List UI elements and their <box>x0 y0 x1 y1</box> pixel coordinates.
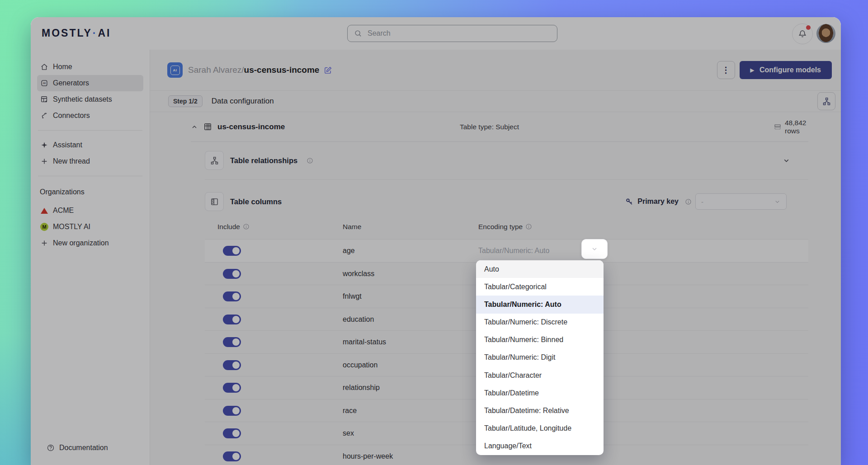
column-name: education <box>343 308 374 331</box>
columns-table-header: Include Name Encoding type <box>205 214 808 239</box>
sidebar: Home AI Generators Synthetic datasets Co… <box>31 50 150 465</box>
sidebar-item-label: New thread <box>53 157 90 165</box>
sidebar-item-label: Home <box>53 63 72 71</box>
table-columns-label: Table columns <box>230 197 282 206</box>
column-name: sex <box>343 422 354 445</box>
table-header-row: us-census-income Table type: Subject 48,… <box>191 112 808 142</box>
configure-models-button[interactable]: ▶Configure models <box>740 61 832 79</box>
column-encoding-value: Tabular/Numeric: Auto <box>478 240 549 262</box>
sidebar-item-synthetic-datasets[interactable]: Synthetic datasets <box>37 91 143 108</box>
include-header: Include <box>217 214 250 239</box>
column-name: fnlwgt <box>343 285 362 308</box>
notifications-button[interactable] <box>792 23 813 44</box>
search-bar[interactable] <box>347 25 557 42</box>
assistant-sparkle-icon <box>40 141 49 150</box>
column-name: workclass <box>343 263 374 285</box>
home-icon <box>40 62 49 71</box>
chevron-down-icon <box>774 198 781 205</box>
table-relationships-row[interactable]: Table relationships <box>205 141 808 180</box>
include-toggle[interactable] <box>223 269 241 279</box>
include-toggle[interactable] <box>223 383 241 393</box>
search-icon <box>354 29 362 38</box>
more-actions-button[interactable]: ⋮ <box>717 61 735 79</box>
sidebar-item-label: MOSTLY AI <box>53 223 90 231</box>
info-icon[interactable] <box>685 198 692 205</box>
name-header: Name <box>343 214 361 239</box>
mostly-ai-logo: MOSTLY·AI <box>42 27 111 39</box>
generator-ai-icon: AI <box>167 62 183 78</box>
primary-key-label: Primary key <box>637 197 679 206</box>
synthetic-datasets-icon <box>40 95 49 104</box>
encoding-select-trigger[interactable] <box>581 239 608 259</box>
plus-icon <box>40 239 49 248</box>
mostly-ai-org-icon: M <box>40 222 49 231</box>
generators-icon: AI <box>40 79 49 88</box>
column-name: age <box>343 240 355 262</box>
dropdown-option[interactable]: Tabular/Numeric: Digit <box>476 349 604 366</box>
documentation-link-wrap: Documentation <box>37 440 143 456</box>
include-toggle[interactable] <box>223 315 241 324</box>
sidebar-item-label: Assistant <box>53 141 82 149</box>
collapse-chevron-icon[interactable] <box>191 123 198 131</box>
column-name: race <box>343 399 357 422</box>
encoding-dropdown: Auto Tabular/Categorical Tabular/Numeric… <box>476 260 604 455</box>
plus-icon <box>40 157 49 166</box>
dropdown-option-label: Tabular/Categorical <box>484 283 547 291</box>
expand-chevron-icon[interactable] <box>783 157 790 164</box>
sidebar-divider <box>38 176 142 176</box>
dropdown-option-label: Auto <box>484 265 499 273</box>
dropdown-option[interactable]: Tabular/Datetime <box>476 384 604 402</box>
info-icon[interactable] <box>243 223 250 230</box>
table-columns-row: Table columns Primary key - <box>205 189 808 214</box>
dropdown-option[interactable]: Tabular/Numeric: Auto <box>476 296 604 313</box>
step-badge: Step 1/2 <box>168 95 203 107</box>
sidebar-item-new-thread[interactable]: New thread <box>37 153 143 169</box>
include-toggle[interactable] <box>223 406 241 416</box>
dropdown-option-label: Tabular/Latitude, Longitude <box>484 424 571 432</box>
dropdown-option[interactable]: Tabular/Numeric: Discrete <box>476 314 604 331</box>
include-toggle[interactable] <box>223 291 241 301</box>
sidebar-item-home[interactable]: Home <box>37 59 143 75</box>
dropdown-option[interactable]: Tabular/Datetime: Relative <box>476 402 604 419</box>
dropdown-option-label: Language/Text <box>484 442 532 450</box>
sidebar-item-new-organization[interactable]: New organization <box>37 235 143 251</box>
dropdown-option[interactable]: Auto <box>476 260 604 278</box>
include-toggle[interactable] <box>223 428 241 438</box>
info-icon[interactable] <box>307 157 313 164</box>
step-row: Step 1/2 Data configuration <box>150 90 841 112</box>
include-toggle[interactable] <box>223 246 241 256</box>
row-count: 48,842 rows <box>785 119 808 135</box>
relationships-icon <box>205 151 224 170</box>
svg-text:AI: AI <box>43 82 46 85</box>
dropdown-option[interactable]: Language/Text <box>476 437 604 455</box>
desktop-background: { "header": { "logo_prefix": "MOSTLY", "… <box>0 0 868 465</box>
include-toggle[interactable] <box>223 451 241 461</box>
primary-key-value: - <box>701 198 703 206</box>
include-toggle[interactable] <box>223 337 241 347</box>
sidebar-org-mostly-ai[interactable]: M MOSTLY AI <box>37 219 143 235</box>
generator-title-row: AI Sarah Alvarez/ us-census-income ⋮ ▶Co… <box>150 50 841 90</box>
dropdown-option-label: Tabular/Numeric: Digit <box>484 353 555 362</box>
dropdown-option[interactable]: Tabular/Character <box>476 366 604 384</box>
sidebar-org-acme[interactable]: ACME <box>37 202 143 219</box>
include-toggle[interactable] <box>223 360 241 370</box>
sidebar-item-generators[interactable]: AI Generators <box>37 75 143 91</box>
search-input[interactable] <box>367 29 551 38</box>
dropdown-option[interactable]: Tabular/Latitude, Longitude <box>476 420 604 437</box>
edit-name-icon[interactable] <box>324 66 332 75</box>
user-avatar[interactable] <box>816 24 835 43</box>
dropdown-option[interactable]: Tabular/Numeric: Binned <box>476 331 604 349</box>
step-title: Data configuration <box>212 97 274 106</box>
row-count-group: 48,842 rows <box>774 119 808 135</box>
model-configuration-button[interactable] <box>817 92 835 110</box>
sidebar-divider <box>38 130 142 131</box>
primary-key-select[interactable]: - <box>695 193 787 210</box>
sidebar-item-assistant[interactable]: Assistant <box>37 137 143 153</box>
info-icon[interactable] <box>525 223 532 230</box>
bell-icon <box>798 29 807 38</box>
dropdown-option[interactable]: Tabular/Categorical <box>476 278 604 296</box>
sidebar-item-label: Connectors <box>53 112 90 120</box>
sidebar-item-connectors[interactable]: Connectors <box>37 108 143 124</box>
sidebar-item-documentation[interactable]: Documentation <box>43 440 137 456</box>
table-columns-icon <box>205 192 224 211</box>
